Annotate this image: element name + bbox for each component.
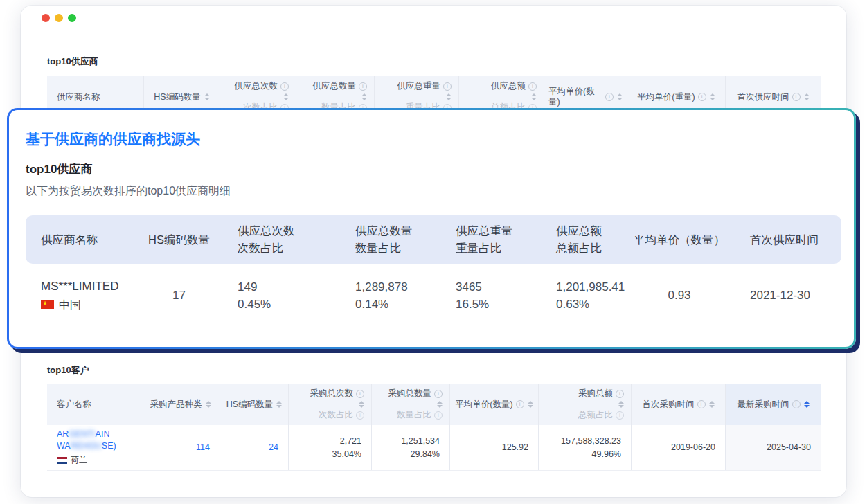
avg-price-cell: 0.93 — [624, 264, 735, 327]
supplier-country: 中国 — [41, 297, 136, 314]
sort-icon[interactable] — [361, 93, 367, 100]
total-supply-weight-cell: 346516.5% — [440, 264, 541, 327]
col-header-first-supply-date: 首次供应时间 — [735, 215, 841, 264]
sort-icon[interactable] — [709, 401, 715, 408]
sort-icon-active[interactable] — [804, 401, 810, 408]
col-header-hs-code-count[interactable]: HS编码数量 — [220, 384, 289, 425]
col-header-total-purchase-amount[interactable]: 采购总额 总额占比 — [539, 384, 632, 425]
sort-icon[interactable] — [283, 93, 289, 100]
col-header-avg-price-qty: 平均单价（数量） — [624, 215, 735, 264]
sort-icon[interactable] — [276, 401, 282, 408]
info-icon[interactable] — [356, 411, 364, 420]
info-icon[interactable] — [616, 411, 624, 420]
sort-icon[interactable] — [437, 401, 443, 408]
sort-icon[interactable] — [804, 93, 810, 100]
info-icon[interactable] — [792, 93, 801, 101]
customer-section-title: top10客户 — [47, 364, 89, 377]
col-header-total-supply-qty: 供应总数量数量占比 — [340, 215, 440, 264]
col-header-latest-purchase-date[interactable]: 最新采购时间 — [726, 384, 821, 425]
callout-panel: 基于供应商的供应商找源头 top10供应商 以下为按贸易次数排序的top10供应… — [7, 108, 856, 349]
redacted-text: REHOU — [71, 441, 102, 451]
product-types-cell: 114 — [141, 425, 220, 470]
callout-content: 基于供应商的供应商找源头 top10供应商 以下为按贸易次数排序的top10供应… — [9, 110, 854, 347]
callout-subtitle: 以下为按贸易次数排序的top10供应商明细 — [26, 184, 231, 199]
col-header-total-supply-weight: 供应总重量重量占比 — [440, 215, 541, 264]
customer-country: 荷兰 — [57, 454, 87, 466]
total-purchase-amount-cell: 157,588,328.23 49.96% — [539, 425, 632, 470]
info-icon[interactable] — [280, 82, 289, 91]
info-icon[interactable] — [698, 93, 706, 101]
total-supply-amount-cell: 1,201,985.410.63% — [541, 264, 624, 327]
netherlands-flag-icon — [57, 457, 67, 464]
sort-icon[interactable] — [204, 93, 210, 100]
info-icon[interactable] — [528, 82, 537, 91]
col-header-total-supply-amount: 供应总额总额占比 — [541, 215, 624, 264]
total-supply-times-cell: 1490.45% — [222, 264, 340, 327]
col-header-total-purchase-qty[interactable]: 采购总数量 数量占比 — [372, 384, 450, 425]
info-icon[interactable] — [443, 82, 452, 91]
sort-icon[interactable] — [359, 401, 364, 408]
sort-icon[interactable] — [528, 401, 533, 408]
product-types-link[interactable]: 114 — [196, 441, 210, 453]
total-purchase-times-cell: 2,721 35.04% — [289, 425, 372, 470]
supplier-section-title: top10供应商 — [47, 55, 98, 68]
info-icon[interactable] — [792, 400, 801, 408]
info-icon[interactable] — [605, 93, 614, 101]
col-header-product-types[interactable]: 采购产品种类 — [141, 384, 220, 425]
sort-icon[interactable] — [531, 93, 537, 100]
sort-icon[interactable] — [446, 93, 452, 100]
col-header-supplier-name: 供应商名称 — [26, 215, 136, 264]
info-icon[interactable] — [356, 390, 364, 398]
window-controls — [42, 14, 76, 22]
first-supply-date-cell: 2021-12-30 — [735, 264, 841, 327]
customer-table-row: ARGENTIAINWAREHOUSE) 荷兰 114 24 2,721 35.… — [47, 425, 821, 471]
callout-table-row: MS***LIMITED 中国 17 1490.45% 1,289,8780.1… — [26, 264, 841, 327]
info-icon[interactable] — [516, 400, 524, 408]
info-icon[interactable] — [697, 400, 706, 408]
supplier-name-cell: MS***LIMITED 中国 — [26, 264, 136, 327]
info-icon[interactable] — [359, 82, 367, 91]
hs-code-count-cell: 24 — [220, 425, 289, 470]
col-header-hs-code-count: HS编码数量 — [136, 215, 222, 264]
redacted-text: GENTI — [69, 429, 95, 439]
china-flag-icon — [41, 300, 54, 309]
sort-icon[interactable] — [710, 93, 715, 100]
col-header-total-purchase-times[interactable]: 采购总次数 次数占比 — [289, 384, 372, 425]
callout-table-header: 供应商名称 HS编码数量 供应总次数次数占比 供应总数量数量占比 供应总重量重量… — [26, 215, 841, 264]
sort-icon[interactable] — [618, 401, 624, 408]
hs-code-count-cell: 17 — [136, 264, 222, 327]
first-purchase-date-cell: 2019-06-20 — [632, 425, 726, 470]
callout-title: 基于供应商的供应商找源头 — [26, 129, 200, 149]
customer-name-link[interactable]: ARGENTIAINWAREHOUSE) — [57, 429, 116, 452]
sort-icon[interactable] — [206, 401, 211, 408]
col-header-total-supply-times: 供应总次数次数占比 — [222, 215, 340, 264]
hs-code-count-link[interactable]: 24 — [269, 441, 278, 453]
latest-purchase-date-cell: 2025-04-30 — [726, 425, 821, 470]
total-supply-qty-cell: 1,289,8780.14% — [340, 264, 440, 327]
total-purchase-qty-cell: 1,251,534 29.84% — [372, 425, 450, 470]
col-header-avg-price-qty[interactable]: 平均单价(数量) — [450, 384, 539, 425]
customer-table-header: 客户名称 采购产品种类 HS编码数量 采购总次数 次数占比 采购总数量 数量占比 — [47, 384, 821, 425]
sort-icon[interactable] — [617, 93, 623, 100]
customer-table: 客户名称 采购产品种类 HS编码数量 采购总次数 次数占比 采购总数量 数量占比 — [47, 384, 821, 471]
close-window-button[interactable] — [42, 14, 50, 22]
avg-price-cell: 125.92 — [450, 425, 539, 470]
callout-section-title: top10供应商 — [26, 161, 92, 177]
info-icon[interactable] — [434, 411, 443, 420]
info-icon[interactable] — [434, 390, 443, 398]
col-header-first-purchase-date[interactable]: 首次采购时间 — [632, 384, 726, 425]
minimize-window-button[interactable] — [55, 14, 63, 22]
info-icon[interactable] — [616, 390, 624, 398]
col-header-customer-name[interactable]: 客户名称 — [47, 384, 141, 425]
customer-name-cell: ARGENTIAINWAREHOUSE) 荷兰 — [47, 425, 141, 470]
maximize-window-button[interactable] — [68, 14, 76, 22]
